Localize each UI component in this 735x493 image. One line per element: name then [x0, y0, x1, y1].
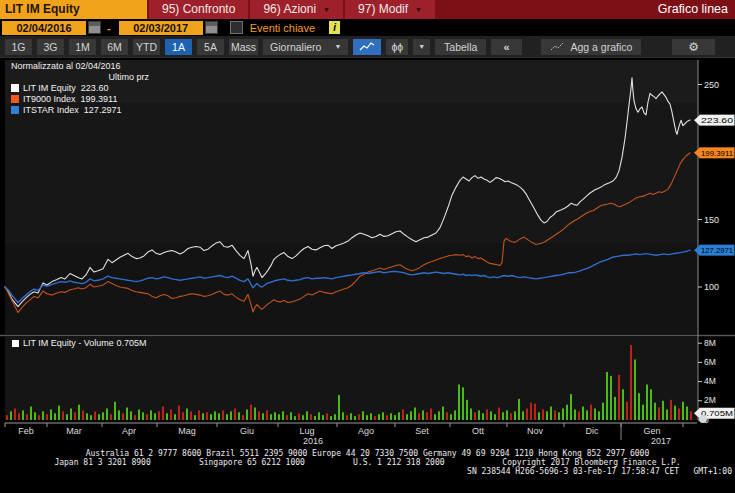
series-last-price: 199.3911: [81, 94, 118, 104]
svg-text:Nov: Nov: [527, 426, 544, 436]
last-price-header: Ultimo prz: [11, 72, 163, 83]
tab-1g[interactable]: 1G: [5, 39, 32, 55]
end-date-input[interactable]: 02/03/2017: [119, 21, 203, 35]
date-separator: -: [107, 22, 111, 34]
series-swatch: [11, 95, 19, 103]
svg-text:2016: 2016: [303, 436, 323, 446]
start-date-input[interactable]: 02/04/2016: [2, 21, 86, 35]
gear-icon: ⚙: [688, 39, 699, 55]
svg-text:2017: 2017: [651, 436, 671, 446]
series-swatch: [12, 340, 19, 347]
volume-last-value: 0.705M: [116, 338, 146, 348]
candlestick-mode-button[interactable]: ϕϕ: [386, 39, 408, 55]
chevron-down-icon: ▼: [415, 0, 422, 19]
svg-text:2M: 2M: [704, 395, 716, 405]
svg-text:4M: 4M: [704, 376, 716, 386]
footer-session-info: SN 238544 H266-5696-3 03-Feb-17 17:58:47…: [0, 467, 735, 476]
tab-6m[interactable]: 6M: [101, 39, 128, 55]
footer-contacts-line2: Japan 81 3 3201 8900 Singapore 65 6212 1…: [0, 458, 735, 467]
svg-text:Lug: Lug: [299, 426, 314, 436]
series-name: LIT IM Equity: [23, 83, 76, 93]
calendar-icon[interactable]: [205, 21, 218, 34]
svg-text:Feb: Feb: [18, 426, 34, 436]
svg-text:223.60: 223.60: [701, 116, 734, 125]
menu-confronto-label: 95) Confronto: [162, 0, 235, 19]
svg-text:127.2971: 127.2971: [701, 246, 734, 255]
series-name: IT9000 Index: [23, 94, 76, 104]
period-dropdown[interactable]: Giornaliero ▼: [263, 39, 348, 55]
tab-1m[interactable]: 1M: [69, 39, 96, 55]
svg-text:100: 100: [704, 282, 719, 292]
svg-text:Ott: Ott: [472, 426, 485, 436]
chevron-down-icon: ▼: [323, 0, 330, 19]
period-dropdown-label: Giornaliero: [270, 41, 321, 53]
svg-text:Mar: Mar: [66, 426, 82, 436]
legend-item[interactable]: LIT IM Equity223.60: [11, 83, 163, 94]
title-bar: LIT IM Equity 95) Confronto 96) Azioni ▼…: [0, 0, 735, 19]
tab-1a[interactable]: 1A: [165, 39, 192, 55]
calendar-icon[interactable]: [88, 21, 101, 34]
volume-legend[interactable]: LIT IM Equity - Volume 0.705M: [12, 338, 146, 348]
tab-mass[interactable]: Mass: [229, 39, 258, 55]
toolbar: 1G 3G 1M 6M YTD 1A 5A Mass Giornaliero ▼…: [0, 36, 735, 57]
svg-text:Apr: Apr: [122, 426, 136, 436]
chevron-down-icon: ▼: [418, 39, 425, 55]
security-ticker-field[interactable]: LIT IM Equity: [0, 0, 147, 19]
legend-item[interactable]: IT9000 Index199.3911: [11, 94, 163, 105]
legend-item[interactable]: ITSTAR Index127.2971: [11, 105, 163, 116]
chart-type-dropdown[interactable]: ▼: [413, 39, 430, 55]
normalized-note: Normalizzato al 02/04/2016: [11, 61, 163, 72]
svg-text:Set: Set: [415, 426, 429, 436]
date-range-row: 02/04/2016 - 02/03/2017 Eventi chiave i: [0, 19, 735, 36]
series-last-price: 223.60: [81, 83, 109, 93]
menu-azioni-label: 96) Azioni: [263, 0, 316, 19]
svg-text:Dic: Dic: [586, 426, 599, 436]
svg-text:Giu: Giu: [240, 426, 254, 436]
svg-text:Ago: Ago: [358, 426, 374, 436]
footer-contacts-line1: Australia 61 2 9777 8600 Brazil 5511 239…: [0, 449, 735, 458]
menu-azioni[interactable]: 96) Azioni ▼: [250, 0, 343, 19]
volume-series-name: LIT IM Equity - Volume: [23, 338, 114, 348]
menu-modif-label: 97) Modif: [358, 0, 408, 19]
svg-text:150: 150: [704, 215, 719, 225]
bloomberg-terminal: 2501501008M6M4M2M0FebMarAprMagGiuLugAgoS…: [0, 0, 735, 493]
info-icon[interactable]: i: [329, 21, 340, 34]
svg-text:199.3911: 199.3911: [701, 149, 734, 158]
table-button-label: Tabella: [444, 39, 477, 55]
menu-modif[interactable]: 97) Modif ▼: [345, 0, 435, 19]
series-swatch: [11, 84, 19, 92]
add-chart-icon: [550, 42, 565, 52]
tab-ytd[interactable]: YTD: [133, 39, 160, 55]
series-name: ITSTAR Index: [23, 105, 79, 115]
tab-3g[interactable]: 3G: [37, 39, 64, 55]
chart-legend: Normalizzato al 02/04/2016 Ultimo prz LI…: [11, 61, 163, 116]
line-chart-mode-button[interactable]: [353, 39, 381, 55]
add-to-chart-button[interactable]: Agg a grafico: [541, 39, 642, 55]
table-button[interactable]: Tabella: [435, 39, 486, 55]
chevron-down-icon: ▼: [334, 43, 341, 50]
series-last-price: 127.2971: [84, 105, 122, 115]
line-chart-icon: [359, 41, 375, 52]
events-label: Eventi chiave: [250, 22, 315, 34]
settings-button[interactable]: ⚙: [672, 39, 715, 55]
tab-5a[interactable]: 5A: [197, 39, 224, 55]
terminal-footer: Australia 61 2 9777 8600 Brazil 5511 239…: [0, 449, 735, 493]
collapse-icon: «: [503, 39, 509, 55]
svg-text:Mag: Mag: [178, 426, 196, 436]
svg-text:6M: 6M: [704, 357, 716, 367]
menu-confronto[interactable]: 95) Confronto: [149, 0, 248, 19]
add-to-chart-label: Agg a grafico: [571, 39, 633, 55]
page-title: Grafico linea: [658, 0, 735, 19]
events-checkbox[interactable]: [230, 21, 243, 34]
collapse-button[interactable]: «: [491, 39, 521, 55]
svg-text:Gen: Gen: [643, 426, 660, 436]
candlestick-icon: ϕϕ: [391, 39, 403, 55]
svg-text:8M: 8M: [704, 338, 716, 348]
series-swatch: [11, 106, 19, 114]
svg-text:250: 250: [704, 80, 719, 90]
